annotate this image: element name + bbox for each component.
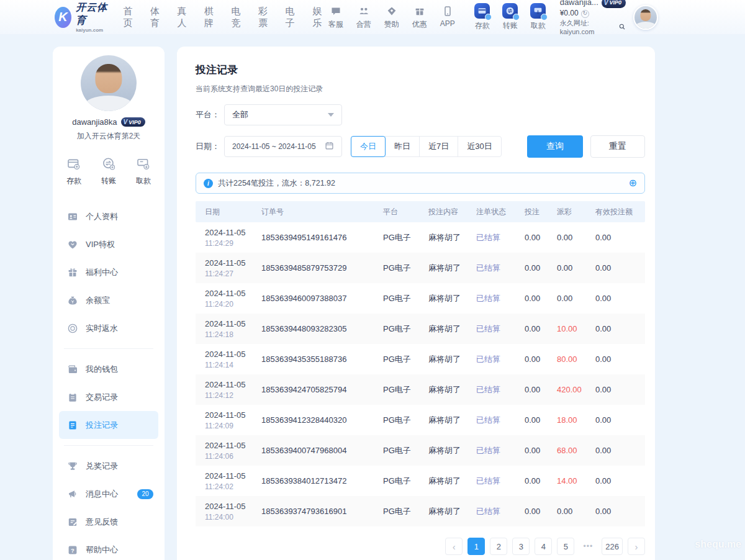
- sidebar-item-transactions[interactable]: 交易记录: [59, 383, 158, 411]
- sidebar-item-yuebao[interactable]: 余额宝: [59, 286, 158, 314]
- expand-icon[interactable]: ⊕: [629, 178, 637, 188]
- user-avatar[interactable]: [633, 5, 658, 30]
- info-icon: i: [204, 179, 213, 188]
- page-button-4[interactable]: 4: [535, 538, 552, 555]
- table-row: 2024-11-0511:24:271853639485879753729PG电…: [196, 253, 645, 283]
- search-button[interactable]: 查询: [527, 135, 583, 158]
- nav-item-1[interactable]: 体育: [150, 6, 163, 29]
- sidebar-item-message[interactable]: 消息中心20: [59, 480, 158, 508]
- nav-item-4[interactable]: 电竞: [232, 6, 245, 29]
- cell-order-number: 1853639412328440320: [261, 415, 383, 425]
- quick-filter-近30日[interactable]: 近30日: [458, 136, 501, 157]
- top-action-partners[interactable]: 合营: [353, 5, 374, 30]
- cell-date: 2024-11-0511:24:02: [196, 471, 261, 491]
- sidebar-action-transfer[interactable]: 转账: [101, 156, 116, 186]
- sidebar-item-rebate[interactable]: 实时返水: [59, 314, 158, 342]
- quick-filter-今日[interactable]: 今日: [351, 136, 386, 157]
- top-action-chat[interactable]: 客服: [325, 5, 346, 30]
- cell-payout: 0.00: [557, 263, 595, 273]
- transactions-icon: [67, 392, 78, 403]
- cell-order-number: 1853639495149161476: [261, 233, 383, 242]
- column-header: 有效投注额: [595, 207, 645, 217]
- sidebar-action-deposit[interactable]: 存款: [66, 156, 81, 186]
- permanent-url: 永久网址: kaiyun.com: [560, 19, 616, 37]
- cell-order-number: 1853639400747968004: [261, 446, 383, 455]
- username[interactable]: dawanjia...: [560, 0, 598, 8]
- top-action-deposit[interactable]: 存款: [472, 3, 493, 31]
- next-page-button[interactable]: ›: [628, 538, 645, 555]
- nav-item-7[interactable]: 娱乐: [312, 6, 325, 29]
- sidebar-divider: [64, 445, 153, 446]
- rebate-icon: [67, 323, 78, 334]
- reset-button[interactable]: 重置: [590, 135, 645, 158]
- cell-date: 2024-11-0511:24:14: [196, 350, 261, 369]
- sidebar-item-feedback[interactable]: 意见反馈: [59, 508, 158, 536]
- page-button-3[interactable]: 3: [512, 538, 530, 555]
- cell-valid-bet: 0.00: [595, 507, 645, 516]
- page-title: 投注记录: [196, 63, 645, 77]
- sidebar-item-help[interactable]: ?帮助中心: [59, 536, 158, 560]
- quick-filter-昨日[interactable]: 昨日: [385, 136, 420, 157]
- page-button-2[interactable]: 2: [490, 538, 507, 555]
- feedback-icon: [67, 517, 78, 528]
- nav-item-6[interactable]: 电子: [286, 6, 299, 29]
- message-icon: [67, 489, 78, 500]
- date-range-value: 2024-11-05 ~ 2024-11-05: [232, 142, 316, 151]
- search-icon[interactable]: [618, 23, 626, 32]
- page-button-5[interactable]: 5: [557, 538, 574, 555]
- sidebar-item-vip[interactable]: VIP特权: [59, 230, 158, 258]
- top-action-app[interactable]: APP: [437, 5, 458, 30]
- sponsor-icon: [386, 5, 398, 17]
- cell-order-number: 1853639448093282305: [261, 324, 383, 333]
- cell-bet-amount: 0.00: [525, 324, 557, 333]
- vip-emblem-icon: V: [604, 0, 608, 7]
- cell-platform: PG电子: [383, 263, 428, 274]
- page-button-226[interactable]: 226: [602, 538, 623, 555]
- date-range-input[interactable]: 2024-11-05 ~ 2024-11-05: [224, 136, 342, 157]
- main-nav: 首页体育真人棋牌电竞彩票电子娱乐: [123, 6, 325, 29]
- nav-item-0[interactable]: 首页: [123, 6, 136, 29]
- top-action-label: 转账: [503, 20, 518, 31]
- sidebar-item-label: 个人资料: [86, 211, 118, 222]
- sidebar-item-label: 我的钱包: [86, 364, 118, 375]
- quick-filter-近7日[interactable]: 近7日: [419, 136, 458, 157]
- vip-badge: VVIP0: [602, 0, 626, 8]
- top-action-sponsor[interactable]: 赞助: [381, 5, 402, 30]
- table-row: 2024-11-0511:24:001853639374793616901PG电…: [196, 496, 645, 526]
- sidebar-item-prize[interactable]: 兑奖记录: [59, 452, 158, 480]
- cell-status: 已结算: [476, 415, 525, 426]
- platform-select[interactable]: 全部: [224, 104, 342, 125]
- bet-time: 11:24:12: [205, 391, 261, 400]
- page-ellipsis: •••: [579, 538, 597, 555]
- nav-item-5[interactable]: 彩票: [258, 6, 271, 29]
- sidebar-item-wallet[interactable]: 我的钱包: [59, 355, 158, 383]
- sidebar: dawanjia8ka VVIP0 加入开云体育第2天 存款转账取款 个人资料V…: [53, 47, 165, 560]
- nav-item-3[interactable]: 棋牌: [204, 6, 217, 29]
- cell-status: 已结算: [476, 323, 525, 335]
- nav-item-2[interactable]: 真人: [177, 6, 190, 29]
- cell-payout: 68.00: [557, 446, 595, 455]
- top-action-label: 存款: [475, 20, 490, 31]
- prev-page-button[interactable]: ‹: [445, 538, 463, 555]
- bet-time: 11:24:02: [205, 482, 261, 491]
- sidebar-item-bets[interactable]: 投注记录: [59, 411, 158, 439]
- date-filter-row: 日期： 2024-11-05 ~ 2024-11-05 今日昨日近7日近30日 …: [196, 135, 645, 158]
- bet-time: 11:24:18: [205, 330, 261, 339]
- sidebar-action-withdraw[interactable]: 取款: [136, 156, 151, 186]
- cell-bet-content: 麻将胡了: [428, 354, 476, 365]
- sidebar-action-label: 取款: [136, 176, 151, 186]
- sidebar-item-label: VIP特权: [86, 239, 115, 250]
- profile-avatar[interactable]: [81, 55, 137, 111]
- brand-logo[interactable]: K 开云体育 kaiyun.com: [55, 1, 109, 33]
- column-header: 投注内容: [428, 207, 476, 217]
- refresh-balance-icon[interactable]: ↻: [581, 10, 589, 18]
- top-action-transfer[interactable]: 转账: [500, 3, 521, 31]
- transfer-tile-icon: [502, 3, 518, 19]
- cell-valid-bet: 0.00: [595, 355, 645, 364]
- top-action-gift[interactable]: 优惠: [409, 5, 430, 30]
- top-action-withdraw[interactable]: 取款: [528, 3, 549, 31]
- page-button-1[interactable]: 1: [467, 538, 485, 555]
- sidebar-item-profile[interactable]: 个人资料: [59, 202, 158, 230]
- sidebar-item-welfare[interactable]: 福利中心: [59, 258, 158, 286]
- table-row: 2024-11-0511:24:121853639424705825794PG电…: [196, 374, 645, 405]
